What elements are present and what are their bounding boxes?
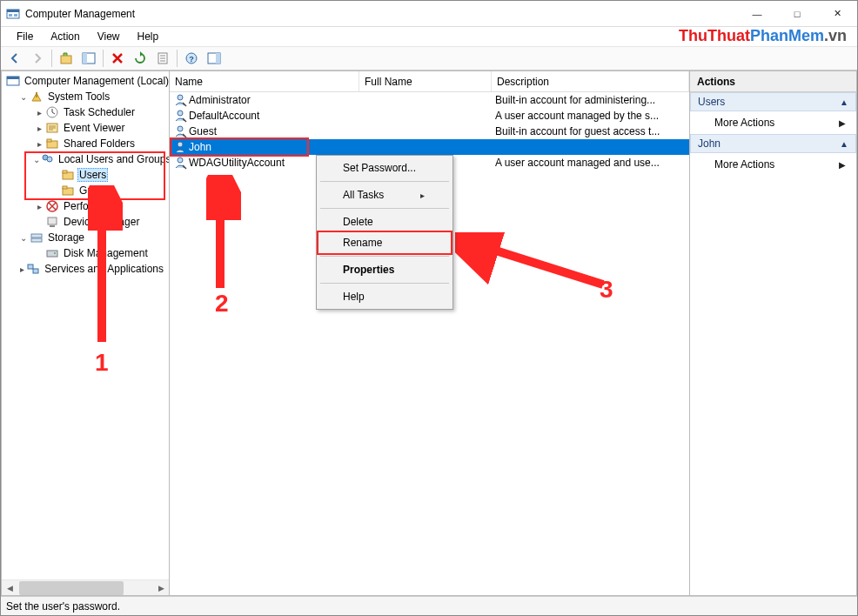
svg-point-35 <box>178 110 183 116</box>
svg-rect-3 <box>14 14 17 17</box>
ctx-delete[interactable]: Delete <box>318 211 451 232</box>
menu-view[interactable]: View <box>89 29 129 44</box>
svg-rect-1 <box>7 10 19 12</box>
column-name[interactable]: Name <box>170 71 359 91</box>
minimize-button[interactable]: — <box>737 1 777 27</box>
svg-point-38 <box>178 157 183 163</box>
ctx-set-password[interactable]: Set Password... <box>318 157 451 178</box>
tree-scrollbar[interactable]: ◀ ▶ <box>2 579 169 595</box>
scroll-right-icon[interactable]: ▶ <box>153 581 169 595</box>
user-icon <box>173 156 187 170</box>
tree-services-apps[interactable]: ▸ Services and Applications <box>2 261 169 277</box>
column-description[interactable]: Description <box>492 71 689 91</box>
list-row-administrator[interactable]: Administrator Built-in account for admin… <box>170 92 689 108</box>
column-fullname[interactable]: Full Name <box>359 71 492 91</box>
list-pane: Name Full Name Description Administrator… <box>169 71 689 595</box>
app-icon <box>6 7 20 21</box>
expander-icon[interactable]: ⌄ <box>33 155 40 164</box>
svg-point-36 <box>178 126 183 131</box>
annotation-number-3: 3 <box>600 276 613 304</box>
user-icon <box>173 124 187 138</box>
expander-icon[interactable]: ⌄ <box>17 92 30 102</box>
annotation-number-2: 2 <box>215 290 229 318</box>
collapse-icon: ▲ <box>840 139 848 149</box>
tree-disk-management[interactable]: ▸ Disk Management <box>2 245 169 261</box>
forward-button[interactable] <box>27 49 48 68</box>
svg-rect-26 <box>48 218 57 224</box>
window-title: Computer Management <box>25 8 135 20</box>
actions-more-users[interactable]: More Actions ▶ <box>690 111 856 134</box>
status-text: Set the user's password. <box>6 600 120 613</box>
svg-rect-27 <box>50 225 55 227</box>
ctx-properties[interactable]: Properties <box>318 259 451 280</box>
user-icon <box>173 140 187 154</box>
list-header: Name Full Name Description <box>170 71 689 92</box>
expander-icon[interactable]: ▸ <box>33 139 45 149</box>
tree-task-scheduler[interactable]: ▸ Task Scheduler <box>2 104 169 120</box>
svg-point-37 <box>178 142 183 147</box>
tree-groups[interactable]: ▸ Groups <box>2 183 169 198</box>
ctx-help[interactable]: Help <box>318 286 451 307</box>
actions-section-john[interactable]: John ▲ <box>690 134 856 153</box>
svg-rect-2 <box>9 14 12 17</box>
svg-rect-14 <box>36 92 37 97</box>
actions-more-john[interactable]: More Actions ▶ <box>690 153 856 176</box>
user-icon <box>173 109 187 123</box>
show-hide-action-button[interactable] <box>204 49 225 68</box>
titlebar: Computer Management — □ ✕ <box>1 1 857 27</box>
back-button[interactable] <box>4 49 25 68</box>
tree-storage[interactable]: ⌄ Storage <box>2 230 169 245</box>
tree-event-viewer[interactable]: ▸ Event Viewer <box>2 120 169 136</box>
chevron-right-icon: ▶ <box>839 160 846 170</box>
tree-local-users-groups[interactable]: ⌄ Local Users and Groups <box>2 151 169 167</box>
tree-users[interactable]: ▸ Users <box>2 167 169 183</box>
export-list-button[interactable] <box>152 49 173 68</box>
nav-pane: ▸ Computer Management (Local) ⌄ System T… <box>2 71 169 595</box>
list-body[interactable]: Administrator Built-in account for admin… <box>170 92 689 595</box>
collapse-icon: ▲ <box>840 97 848 107</box>
expander-icon[interactable]: ▸ <box>33 108 45 117</box>
menu-action[interactable]: Action <box>42 29 88 44</box>
expander-icon[interactable]: ▸ <box>33 124 45 133</box>
list-row-defaultaccount[interactable]: DefaultAccount A user account managed by… <box>170 108 689 124</box>
expander-icon[interactable]: ⌄ <box>17 233 30 243</box>
list-row-john[interactable]: John <box>170 139 689 155</box>
tree-performance[interactable]: ▸ Performance <box>2 198 169 214</box>
expander-icon[interactable]: ▸ <box>33 202 45 211</box>
actions-pane: Actions Users ▲ More Actions ▶ John ▲ Mo… <box>689 71 856 595</box>
maximize-button[interactable]: □ <box>777 1 817 27</box>
tree-shared-folders[interactable]: ▸ Shared Folders <box>2 136 169 151</box>
tree[interactable]: ▸ Computer Management (Local) ⌄ System T… <box>2 71 169 278</box>
tree-device-manager[interactable]: ▸ Device Manager <box>2 214 169 230</box>
context-menu: Set Password... All Tasks Delete Rename … <box>316 155 453 310</box>
help-button[interactable]: ? <box>181 49 202 68</box>
user-icon <box>173 93 187 107</box>
show-hide-tree-button[interactable] <box>78 49 99 68</box>
actions-section-users[interactable]: Users ▲ <box>690 92 856 111</box>
close-button[interactable]: ✕ <box>817 1 857 27</box>
svg-text:?: ? <box>189 55 194 64</box>
refresh-button[interactable] <box>130 49 151 68</box>
svg-rect-4 <box>61 56 71 64</box>
svg-rect-11 <box>216 53 220 64</box>
up-button[interactable] <box>56 49 77 68</box>
menu-file[interactable]: File <box>8 29 42 44</box>
svg-rect-18 <box>47 139 51 142</box>
scroll-left-icon[interactable]: ◀ <box>2 581 17 595</box>
svg-rect-22 <box>63 171 67 173</box>
svg-point-20 <box>47 157 52 162</box>
tree-system-tools[interactable]: ⌄ System Tools <box>2 89 169 104</box>
expander-icon[interactable]: ▸ <box>17 264 26 274</box>
delete-button[interactable] <box>107 49 128 68</box>
list-row-guest[interactable]: Guest Built-in account for guest access … <box>170 124 689 139</box>
ctx-all-tasks[interactable]: All Tasks <box>318 184 451 205</box>
svg-point-31 <box>54 252 56 254</box>
menu-help[interactable]: Help <box>129 29 168 44</box>
tree-root[interactable]: ▸ Computer Management (Local) <box>2 73 169 89</box>
svg-rect-28 <box>31 234 42 238</box>
folder-icon <box>61 184 75 198</box>
ctx-rename[interactable]: Rename <box>318 232 451 253</box>
watermark: ThuThuatPhanMem.vn <box>679 27 847 45</box>
svg-rect-13 <box>7 77 19 79</box>
svg-rect-6 <box>83 53 87 64</box>
